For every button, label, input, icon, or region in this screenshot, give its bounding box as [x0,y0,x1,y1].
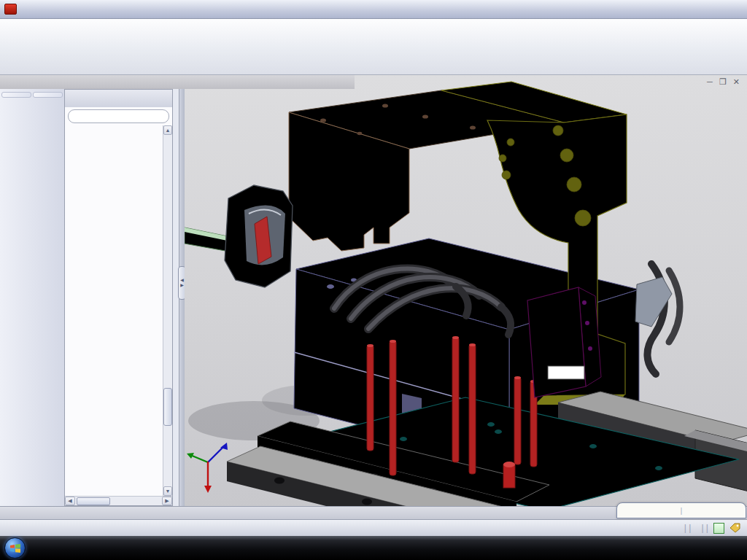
title-bar [0,0,747,19]
app-logo [3,4,24,15]
status-bar: | | | | [0,519,747,536]
doc-restore-icon[interactable]: ❒ [719,77,727,87]
scroll-left-icon[interactable]: ◀ [65,497,75,505]
scroll-down-icon[interactable]: ▼ [163,486,172,496]
document-window-controls: ─ ❒ ✕ [707,77,740,87]
doc-close-icon[interactable]: ✕ [733,77,740,87]
solidworks-logo-icon [4,4,17,15]
scroll-thumb[interactable] [163,388,172,426]
feature-tooltip [548,366,584,379]
orientation-triad [187,443,228,493]
command-tab-strip [0,75,355,89]
windows-taskbar [0,536,747,560]
feature-filter-box[interactable] [68,109,169,123]
feature-tree [65,125,163,496]
tree-horizontal-scrollbar[interactable]: ◀ ▶ [65,496,172,505]
panel-splitter[interactable]: ◀▶ [179,75,185,506]
workspace: ▲ ▼ ◀ ▶ ◀▶ [0,75,747,506]
hscroll-thumb[interactable] [77,497,110,505]
command-manager-ribbon [0,19,747,75]
tag-icon[interactable] [729,523,741,533]
quick-tips-icon[interactable] [713,523,724,534]
feature-manager-tabs [65,90,172,107]
scroll-right-icon[interactable]: ▶ [162,497,172,505]
start-button[interactable] [4,537,26,559]
tree-vertical-scrollbar[interactable]: ▲ ▼ [163,125,172,496]
solidworks-window: ▲ ▼ ◀ ▶ ◀▶ [0,0,747,560]
filter-input[interactable] [76,112,179,121]
windows-flag-icon [9,542,21,554]
feature-toolbars [0,89,64,506]
toolbar-column-1 [1,92,31,98]
scroll-up-icon[interactable]: ▲ [163,125,172,135]
doc-minimize-icon[interactable]: ─ [707,77,713,87]
feature-tree-body: ▲ ▼ [65,125,172,496]
network-speed-widget: | [616,502,746,518]
graphics-viewport[interactable]: ─ ❒ ✕ [185,75,747,506]
toolbar-column-2 [33,92,63,98]
scroll-track [163,135,172,486]
feature-manager-panel: ▲ ▼ ◀ ▶ [64,89,173,506]
model-scene [185,75,747,506]
left-zone: ▲ ▼ ◀ ▶ [0,75,179,506]
